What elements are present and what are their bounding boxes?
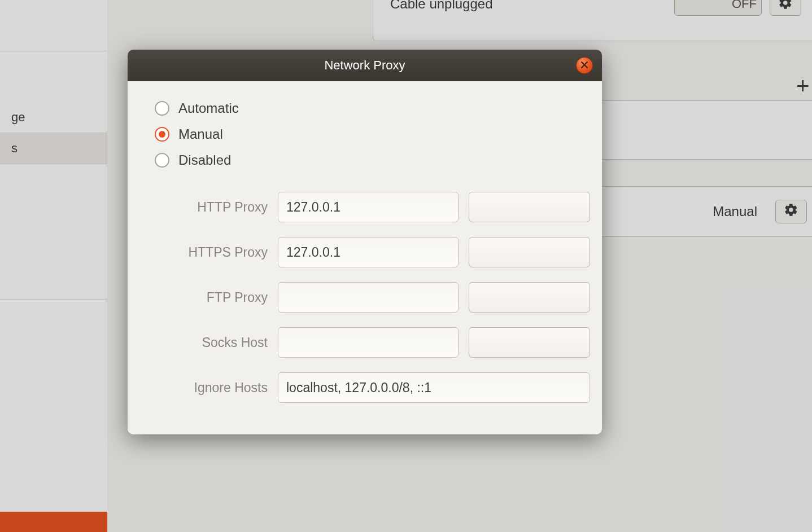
sidebar-item-selected[interactable]: s: [0, 133, 107, 164]
socks-port-input[interactable]: [469, 328, 590, 357]
radio-icon: [155, 153, 169, 168]
socks-port-spinner: − +: [469, 327, 590, 358]
close-icon: [581, 60, 588, 71]
proxy-form: HTTP Proxy − + HTTPS Proxy − + FTP Proxy…: [155, 192, 575, 403]
close-button[interactable]: [576, 57, 593, 74]
proxy-mode-radio-group: Automatic Manual Disabled: [155, 100, 575, 168]
radio-icon: [155, 127, 169, 142]
ignore-hosts-label: Ignore Hosts: [155, 380, 268, 395]
radio-label: Automatic: [178, 100, 239, 116]
wired-connection-panel: Cable unplugged OFF: [373, 0, 812, 41]
ignore-hosts-input[interactable]: [278, 372, 590, 403]
ftp-proxy-port-input[interactable]: [469, 283, 590, 312]
dialog-body: Automatic Manual Disabled HTTP Proxy − +…: [128, 81, 602, 434]
radio-disabled[interactable]: Disabled: [155, 152, 575, 168]
https-proxy-label: HTTPS Proxy: [155, 245, 268, 260]
settings-sidebar: ge s: [0, 0, 107, 532]
socks-host-label: Socks Host: [155, 335, 268, 350]
https-proxy-port-spinner: − +: [469, 237, 590, 267]
radio-automatic[interactable]: Automatic: [155, 100, 575, 116]
ftp-proxy-label: FTP Proxy: [155, 290, 268, 305]
proxy-status-label: Manual: [713, 204, 757, 219]
proxy-settings-button[interactable]: [775, 200, 807, 223]
sidebar-item[interactable]: [0, 164, 107, 300]
sidebar-accent-bar: [0, 512, 111, 532]
sidebar-item[interactable]: ge: [0, 102, 107, 133]
sidebar-item[interactable]: [0, 35, 107, 51]
add-connection-button[interactable]: +: [796, 73, 809, 99]
gear-icon: [778, 0, 793, 12]
https-proxy-host-input[interactable]: [278, 237, 459, 267]
dialog-title: Network Proxy: [324, 58, 405, 73]
radio-label: Manual: [178, 126, 223, 142]
http-proxy-port-spinner: − +: [469, 192, 590, 222]
dialog-titlebar: Network Proxy: [128, 50, 602, 81]
http-proxy-label: HTTP Proxy: [155, 200, 268, 215]
wired-toggle[interactable]: OFF: [674, 0, 762, 16]
https-proxy-port-input[interactable]: [469, 238, 590, 267]
gear-icon: [784, 203, 798, 221]
toggle-off-label: OFF: [732, 0, 757, 11]
http-proxy-host-input[interactable]: [278, 192, 459, 222]
ftp-proxy-host-input[interactable]: [278, 282, 459, 313]
network-proxy-dialog: Network Proxy Automatic Manual Disabled …: [128, 50, 602, 434]
radio-label: Disabled: [178, 152, 231, 168]
ftp-proxy-port-spinner: − +: [469, 282, 590, 313]
http-proxy-port-input[interactable]: [469, 192, 590, 222]
radio-icon: [155, 101, 169, 116]
socks-host-input[interactable]: [278, 327, 459, 358]
radio-manual[interactable]: Manual: [155, 126, 575, 142]
wired-status-label: Cable unplugged: [390, 0, 493, 12]
wired-settings-button[interactable]: [770, 0, 801, 16]
